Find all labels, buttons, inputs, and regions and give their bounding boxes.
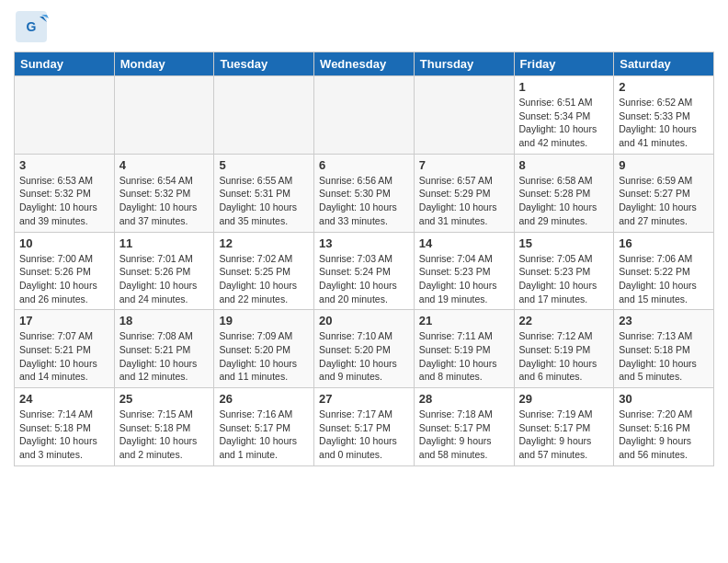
calendar-cell: 21Sunrise: 7:11 AMSunset: 5:19 PMDayligh… [414,310,514,388]
day-info: Sunrise: 7:03 AMSunset: 5:24 PMDaylight:… [319,252,409,306]
day-info: Sunrise: 7:14 AMSunset: 5:18 PMDaylight:… [19,408,109,462]
calendar-cell: 30Sunrise: 7:20 AMSunset: 5:16 PMDayligh… [614,388,714,466]
weekday-header: Thursday [414,52,514,76]
calendar-cell: 12Sunrise: 7:02 AMSunset: 5:25 PMDayligh… [214,232,314,310]
day-info: Sunrise: 7:11 AMSunset: 5:19 PMDaylight:… [419,329,509,384]
calendar-cell: 7Sunrise: 6:57 AMSunset: 5:29 PMDaylight… [414,154,514,232]
calendar-cell: 23Sunrise: 7:13 AMSunset: 5:18 PMDayligh… [614,310,714,388]
calendar-cell: 14Sunrise: 7:04 AMSunset: 5:23 PMDayligh… [414,232,514,310]
calendar-cell: 3Sunrise: 6:53 AMSunset: 5:32 PMDaylight… [15,154,115,232]
day-number: 18 [119,314,210,327]
calendar-header-row: SundayMondayTuesdayWednesdayThursdayFrid… [15,52,714,76]
day-info: Sunrise: 7:08 AMSunset: 5:21 PMDaylight:… [119,329,210,384]
logo: G [14,9,52,44]
calendar-cell: 8Sunrise: 6:58 AMSunset: 5:28 PMDaylight… [514,154,614,232]
calendar-cell: 22Sunrise: 7:12 AMSunset: 5:19 PMDayligh… [514,310,614,388]
day-number: 30 [619,392,709,406]
calendar-cell: 19Sunrise: 7:09 AMSunset: 5:20 PMDayligh… [214,310,314,388]
day-number: 29 [519,392,609,406]
calendar-cell: 29Sunrise: 7:19 AMSunset: 5:17 PMDayligh… [514,388,614,466]
day-number: 3 [19,158,109,172]
day-info: Sunrise: 7:20 AMSunset: 5:16 PMDaylight:… [619,408,709,462]
weekday-header: Tuesday [214,52,314,76]
day-info: Sunrise: 7:07 AMSunset: 5:21 PMDaylight:… [19,329,109,384]
weekday-header: Sunday [15,52,115,76]
calendar-cell: 20Sunrise: 7:10 AMSunset: 5:20 PMDayligh… [314,310,415,388]
day-number: 20 [319,314,409,327]
calendar-cell: 26Sunrise: 7:16 AMSunset: 5:17 PMDayligh… [214,388,314,466]
calendar-cell: 25Sunrise: 7:15 AMSunset: 5:18 PMDayligh… [114,388,214,466]
day-number: 11 [119,236,210,250]
day-info: Sunrise: 7:10 AMSunset: 5:20 PMDaylight:… [319,329,409,384]
calendar-cell: 18Sunrise: 7:08 AMSunset: 5:21 PMDayligh… [114,310,214,388]
day-info: Sunrise: 7:04 AMSunset: 5:23 PMDaylight:… [419,252,509,306]
calendar-cell: 2Sunrise: 6:52 AMSunset: 5:33 PMDaylight… [614,76,714,155]
day-info: Sunrise: 6:55 AMSunset: 5:31 PMDaylight:… [219,174,309,228]
day-number: 1 [519,80,609,94]
day-info: Sunrise: 7:17 AMSunset: 5:17 PMDaylight:… [319,408,409,462]
calendar-cell: 9Sunrise: 6:59 AMSunset: 5:27 PMDaylight… [614,154,714,232]
calendar-cell: 17Sunrise: 7:07 AMSunset: 5:21 PMDayligh… [15,310,115,388]
day-info: Sunrise: 6:53 AMSunset: 5:32 PMDaylight:… [19,174,109,228]
day-info: Sunrise: 7:06 AMSunset: 5:22 PMDaylight:… [619,252,709,306]
header: G [14,9,714,44]
day-number: 13 [319,236,409,250]
day-info: Sunrise: 7:12 AMSunset: 5:19 PMDaylight:… [519,329,609,384]
calendar-cell: 4Sunrise: 6:54 AMSunset: 5:32 PMDaylight… [114,154,214,232]
page: G SundayMondayTuesdayWednesdayThursdayFr… [0,0,728,476]
calendar-cell: 10Sunrise: 7:00 AMSunset: 5:26 PMDayligh… [15,232,115,310]
day-number: 22 [519,314,609,327]
day-number: 8 [519,158,609,172]
day-number: 25 [119,392,210,406]
day-number: 4 [119,158,210,172]
calendar-cell [214,76,314,155]
calendar-cell: 11Sunrise: 7:01 AMSunset: 5:26 PMDayligh… [114,232,214,310]
calendar-cell [15,76,115,155]
day-info: Sunrise: 7:02 AMSunset: 5:25 PMDaylight:… [219,252,309,306]
calendar-cell [114,76,214,155]
weekday-header: Monday [114,52,214,76]
day-number: 23 [619,314,709,327]
calendar-week-row: 24Sunrise: 7:14 AMSunset: 5:18 PMDayligh… [15,388,714,466]
svg-text:G: G [27,19,37,34]
day-info: Sunrise: 6:51 AMSunset: 5:34 PMDaylight:… [519,96,609,150]
day-info: Sunrise: 7:16 AMSunset: 5:17 PMDaylight:… [219,408,309,462]
calendar-cell: 27Sunrise: 7:17 AMSunset: 5:17 PMDayligh… [314,388,415,466]
calendar-cell: 6Sunrise: 6:56 AMSunset: 5:30 PMDaylight… [314,154,415,232]
day-info: Sunrise: 6:59 AMSunset: 5:27 PMDaylight:… [619,174,709,228]
day-info: Sunrise: 7:01 AMSunset: 5:26 PMDaylight:… [119,252,210,306]
calendar-week-row: 3Sunrise: 6:53 AMSunset: 5:32 PMDaylight… [15,154,714,232]
calendar-week-row: 1Sunrise: 6:51 AMSunset: 5:34 PMDaylight… [15,76,714,155]
day-info: Sunrise: 7:15 AMSunset: 5:18 PMDaylight:… [119,408,210,462]
weekday-header: Saturday [614,52,714,76]
day-info: Sunrise: 6:52 AMSunset: 5:33 PMDaylight:… [619,96,709,150]
day-info: Sunrise: 7:00 AMSunset: 5:26 PMDaylight:… [19,252,109,306]
day-number: 26 [219,392,309,406]
day-info: Sunrise: 6:57 AMSunset: 5:29 PMDaylight:… [419,174,509,228]
day-number: 7 [419,158,509,172]
calendar-week-row: 17Sunrise: 7:07 AMSunset: 5:21 PMDayligh… [15,310,714,388]
calendar-week-row: 10Sunrise: 7:00 AMSunset: 5:26 PMDayligh… [15,232,714,310]
day-number: 17 [19,314,109,327]
logo-icon: G [14,9,49,44]
calendar-cell: 15Sunrise: 7:05 AMSunset: 5:23 PMDayligh… [514,232,614,310]
day-info: Sunrise: 7:05 AMSunset: 5:23 PMDaylight:… [519,252,609,306]
day-number: 9 [619,158,709,172]
calendar-cell: 13Sunrise: 7:03 AMSunset: 5:24 PMDayligh… [314,232,415,310]
day-number: 19 [219,314,309,327]
day-number: 2 [619,80,709,94]
day-number: 12 [219,236,309,250]
day-number: 16 [619,236,709,250]
day-info: Sunrise: 7:18 AMSunset: 5:17 PMDaylight:… [419,408,509,462]
day-number: 27 [319,392,409,406]
calendar-cell [414,76,514,155]
weekday-header: Friday [514,52,614,76]
day-info: Sunrise: 7:19 AMSunset: 5:17 PMDaylight:… [519,408,609,462]
day-number: 24 [19,392,109,406]
calendar-cell: 16Sunrise: 7:06 AMSunset: 5:22 PMDayligh… [614,232,714,310]
day-info: Sunrise: 6:56 AMSunset: 5:30 PMDaylight:… [319,174,409,228]
day-info: Sunrise: 7:09 AMSunset: 5:20 PMDaylight:… [219,329,309,384]
day-number: 5 [219,158,309,172]
calendar-cell: 24Sunrise: 7:14 AMSunset: 5:18 PMDayligh… [15,388,115,466]
calendar-cell: 28Sunrise: 7:18 AMSunset: 5:17 PMDayligh… [414,388,514,466]
